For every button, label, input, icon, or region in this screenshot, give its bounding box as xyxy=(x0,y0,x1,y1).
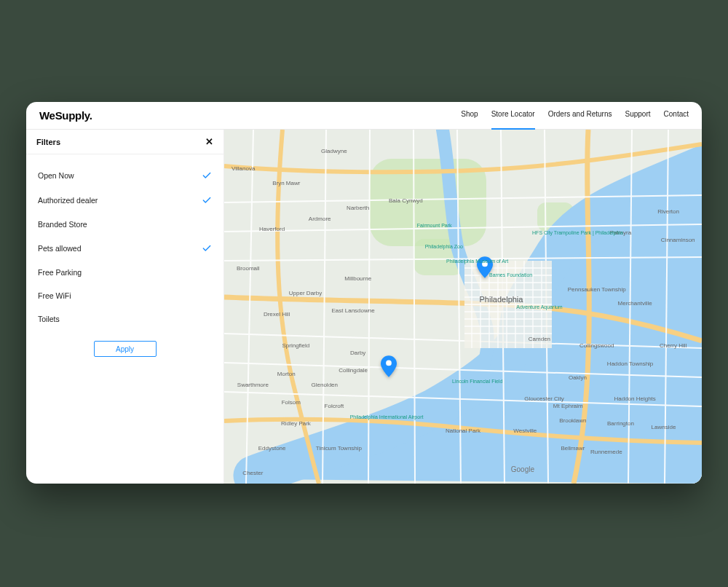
content-area: Filters ✕ Open NowAuthorized dealerBrand… xyxy=(26,130,702,484)
topbar: WeSupply. Shop Store Locator Orders and … xyxy=(26,102,702,130)
map-place-label: Folsom xyxy=(282,399,301,406)
filter-label: Free Parking xyxy=(38,268,82,277)
map-place-label: Haddon Township xyxy=(607,360,653,366)
map-place-label: Barrington xyxy=(607,420,634,427)
brand-logo[interactable]: WeSupply. xyxy=(39,109,92,122)
map-attribution: Google xyxy=(511,465,534,473)
nav-support[interactable]: Support xyxy=(625,110,651,121)
map-place-label: Westville xyxy=(513,428,537,434)
map-place-label: Drexel Hill xyxy=(264,310,290,317)
map-place-label: Cinnaminson xyxy=(661,236,695,243)
nav-contact[interactable]: Contact xyxy=(664,110,689,121)
map-place-label: Bellmawr xyxy=(561,445,585,452)
map-place-label: Glenolden xyxy=(312,381,338,387)
map-place-label: Philadelphia Zoo xyxy=(425,244,463,249)
filter-label: Open Now xyxy=(38,171,74,180)
map-place-label: Oaklyn xyxy=(569,374,587,381)
filter-item-branded-store[interactable]: Branded Store xyxy=(36,213,213,236)
primary-nav: Shop Store Locator Orders and Returns Su… xyxy=(461,110,689,121)
nav-store-locator[interactable]: Store Locator xyxy=(491,110,535,121)
map-place-label: Pennsauken Township xyxy=(568,285,626,292)
map-place-label: National Park xyxy=(446,428,480,434)
map-place-label: Ridley Park xyxy=(281,420,311,427)
map-place-label: Broomall xyxy=(237,264,260,271)
map-place-label: Chester xyxy=(242,470,263,476)
nav-shop[interactable]: Shop xyxy=(461,110,478,121)
map-place-label: Bryn Mawr xyxy=(272,179,300,186)
close-icon[interactable]: ✕ xyxy=(205,137,213,146)
map-place-label: Adventure Aquarium xyxy=(516,304,562,310)
apply-wrap: Apply xyxy=(26,331,223,357)
nav-orders-returns[interactable]: Orders and Returns xyxy=(548,110,612,121)
map-place-label: Philadelphia International Airport xyxy=(350,414,424,419)
map-place-label: Villanova xyxy=(232,165,255,172)
map-place-label: HFS City Trampoline Park | Philadelphia xyxy=(532,229,623,235)
filters-header: Filters ✕ xyxy=(26,130,223,154)
filter-item-open-now[interactable]: Open Now xyxy=(36,163,213,188)
filter-item-free-wifi[interactable]: Free WiFi xyxy=(36,284,213,307)
map-place-label: Millbourne xyxy=(344,275,371,282)
map-place-label: Philadelphia Museum of Art xyxy=(446,258,508,263)
map-canvas[interactable]: Google PhiladelphiaGloucester CityCherry… xyxy=(224,130,702,484)
check-icon xyxy=(202,195,212,205)
map-place-label: Tinicum Township xyxy=(316,445,362,452)
map-place-label: Gladwyne xyxy=(321,148,347,154)
map-place-label: Morton xyxy=(277,371,296,377)
map-place-label: Ardmore xyxy=(309,215,331,221)
map-place-label: Riverton xyxy=(657,208,679,214)
filter-label: Free WiFi xyxy=(38,291,71,300)
map-place-label: Philadelphia xyxy=(480,295,523,304)
map-place-label: East Lansdowne xyxy=(332,307,375,313)
filters-title: Filters xyxy=(36,138,60,146)
map-place-label: Lawnside xyxy=(652,424,676,430)
filter-item-free-parking[interactable]: Free Parking xyxy=(36,261,213,284)
map-place-label: Narberth xyxy=(347,204,369,210)
filter-item-pets-allowed[interactable]: Pets allowed xyxy=(36,236,213,261)
map-place-label: Upper Darby xyxy=(289,289,322,296)
map-place-label: Bala Cynwyd xyxy=(389,197,423,204)
filter-label: Authorized dealer xyxy=(38,196,98,205)
map-place-label: Mt Ephraim xyxy=(553,403,583,409)
map-place-label: Folcroft xyxy=(325,403,344,409)
check-icon xyxy=(202,170,212,181)
map-place-label: Barnes Foundation xyxy=(489,272,532,277)
map-place-label: Swarthmore xyxy=(237,381,269,387)
map-pin-icon[interactable] xyxy=(381,355,397,377)
map-place-label: Brooklawn xyxy=(559,417,586,423)
map-place-label: Springfield xyxy=(282,342,309,349)
map-place-label: Merchantville xyxy=(618,300,652,307)
filter-label: Pets allowed xyxy=(38,244,82,253)
map-place-label: Darby xyxy=(350,350,365,356)
filter-list: Open NowAuthorized dealerBranded StorePe… xyxy=(26,154,223,331)
map-place-label: Fairmount Park xyxy=(417,223,452,228)
map-place-label: Lincoln Financial Field xyxy=(452,379,502,384)
map-place-label: Eddystone xyxy=(258,445,286,452)
filter-label: Branded Store xyxy=(38,220,87,229)
filter-label: Toilets xyxy=(38,315,60,323)
filter-item-authorized-dealer[interactable]: Authorized dealer xyxy=(36,188,213,213)
filters-sidebar: Filters ✕ Open NowAuthorized dealerBrand… xyxy=(26,130,224,484)
map-place-label: Runnemede xyxy=(590,449,622,455)
check-icon xyxy=(202,243,212,253)
map-place-label: Haddon Heights xyxy=(614,395,655,402)
map-place-label: Collingdale xyxy=(339,367,368,374)
map-place-label: Gloucester City xyxy=(524,395,564,402)
apply-button[interactable]: Apply xyxy=(94,341,157,357)
map-place-label: Haverford xyxy=(259,226,285,232)
svg-point-26 xyxy=(386,361,392,366)
map-place-label: Collingswood xyxy=(579,342,614,349)
app-window: WeSupply. Shop Store Locator Orders and … xyxy=(26,102,702,484)
map-place-label: Camden xyxy=(529,335,550,342)
filter-item-toilets[interactable]: Toilets xyxy=(36,307,213,331)
map-place-label: Cherry Hill xyxy=(660,342,687,349)
